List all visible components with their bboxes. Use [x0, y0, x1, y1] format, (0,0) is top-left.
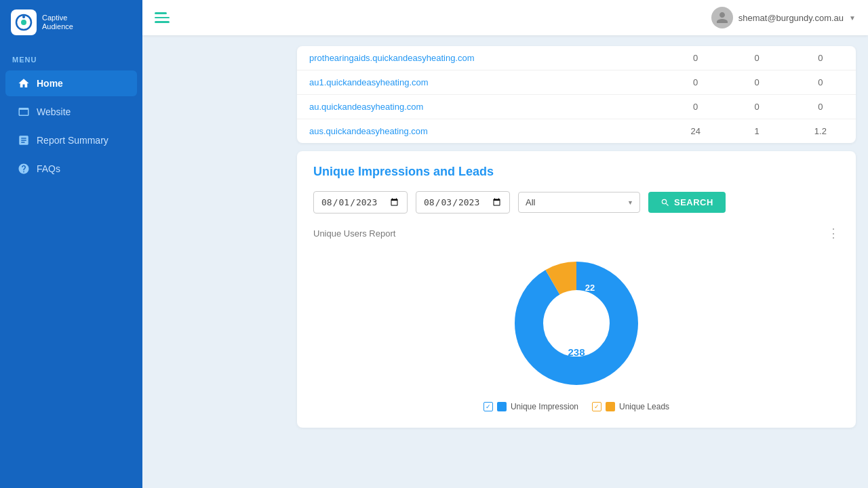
date-from-input[interactable]	[313, 191, 408, 214]
col2-cell: 0	[728, 70, 785, 95]
chart-header: Unique Users Report ⋮	[313, 226, 840, 241]
sidebar-logo: Captive Audience	[0, 0, 142, 45]
more-options-icon[interactable]: ⋮	[827, 226, 840, 241]
table-row: au.quickandeasyheating.com 0 0 0	[297, 95, 856, 119]
table-row: au1.quickandeasyheating.com 0 0 0	[297, 70, 856, 95]
sidebar-item-report-summary[interactable]: Report Summary	[5, 127, 137, 153]
col2-cell: 0	[728, 95, 785, 119]
svg-point-1	[21, 20, 26, 25]
legend-checkbox-impression[interactable]: ✓	[484, 402, 493, 411]
donut-chart: 238 22	[509, 256, 644, 391]
date-to-input[interactable]	[416, 191, 510, 214]
filter-select-wrapper: All	[518, 192, 640, 213]
menu-label: MENU	[0, 45, 142, 69]
legend-item-impression: ✓ Unique Impression	[484, 402, 578, 411]
sidebar-item-home[interactable]: Home	[5, 70, 137, 96]
table-section: prothearingaids.quickandeasyheating.com …	[297, 46, 856, 143]
topbar: shemat@burgundy.com.au ▼	[142, 0, 868, 35]
user-area[interactable]: shemat@burgundy.com.au ▼	[711, 7, 856, 28]
domain-cell: prothearingaids.quickandeasyheating.com	[297, 46, 663, 70]
legend-dot-leads	[606, 402, 615, 411]
logo-text: Captive Audience	[42, 14, 73, 31]
col3-cell: 0	[785, 70, 856, 95]
main-content: prothearingaids.quickandeasyheating.com …	[285, 35, 868, 488]
chart-legend: ✓ Unique Impression ✓ Unique Leads	[484, 402, 669, 411]
col3-cell: 0	[785, 46, 856, 70]
col2-cell: 0	[728, 46, 785, 70]
domain-cell: au1.quickandeasyheating.com	[297, 70, 663, 95]
user-email: shemat@burgundy.com.au	[738, 13, 844, 23]
chart-container: Unique Users Report ⋮	[313, 226, 840, 411]
legend-label-impression: Unique Impression	[511, 402, 578, 411]
sidebar-item-faqs[interactable]: FAQs	[5, 156, 137, 182]
filter-select[interactable]: All	[518, 192, 640, 213]
search-button[interactable]: SEARCH	[648, 192, 726, 213]
col3-cell: 1.2	[785, 119, 856, 144]
legend-checkbox-leads[interactable]: ✓	[592, 402, 601, 411]
table-row: prothearingaids.quickandeasyheating.com …	[297, 46, 856, 70]
table-row: aus.quickandeasyheating.com 24 1 1.2	[297, 119, 856, 144]
sidebar: Captive Audience MENU Home Website Repor…	[0, 0, 142, 488]
legend-label-leads: Unique Leads	[619, 402, 669, 411]
chart-section: Unique Impressions and Leads All SEARCH …	[297, 151, 856, 428]
col1-cell: 0	[663, 95, 728, 119]
svg-text:238: 238	[568, 346, 585, 358]
chart-subtitle: Unique Users Report	[313, 228, 395, 239]
filter-row: All SEARCH	[313, 191, 840, 214]
donut-wrapper: 238 22 ✓ Unique Impression ✓ Unique Lead…	[313, 249, 840, 411]
domain-cell: aus.quickandeasyheating.com	[297, 119, 663, 144]
hamburger-menu[interactable]	[155, 12, 170, 23]
avatar	[711, 7, 733, 28]
legend-item-leads: ✓ Unique Leads	[592, 402, 669, 411]
sidebar-item-website[interactable]: Website	[5, 99, 137, 125]
user-dropdown-icon[interactable]: ▼	[849, 14, 856, 22]
section-title: Unique Impressions and Leads	[313, 165, 840, 179]
search-icon	[660, 198, 670, 207]
col1-cell: 0	[663, 46, 728, 70]
col1-cell: 24	[663, 119, 728, 144]
col3-cell: 0	[785, 95, 856, 119]
logo-icon	[11, 9, 37, 35]
data-table: prothearingaids.quickandeasyheating.com …	[297, 46, 856, 143]
svg-text:22: 22	[585, 283, 595, 293]
domain-cell: au.quickandeasyheating.com	[297, 95, 663, 119]
legend-dot-impression	[497, 402, 507, 411]
col1-cell: 0	[663, 70, 728, 95]
svg-point-2	[22, 16, 25, 18]
col2-cell: 1	[728, 119, 785, 144]
